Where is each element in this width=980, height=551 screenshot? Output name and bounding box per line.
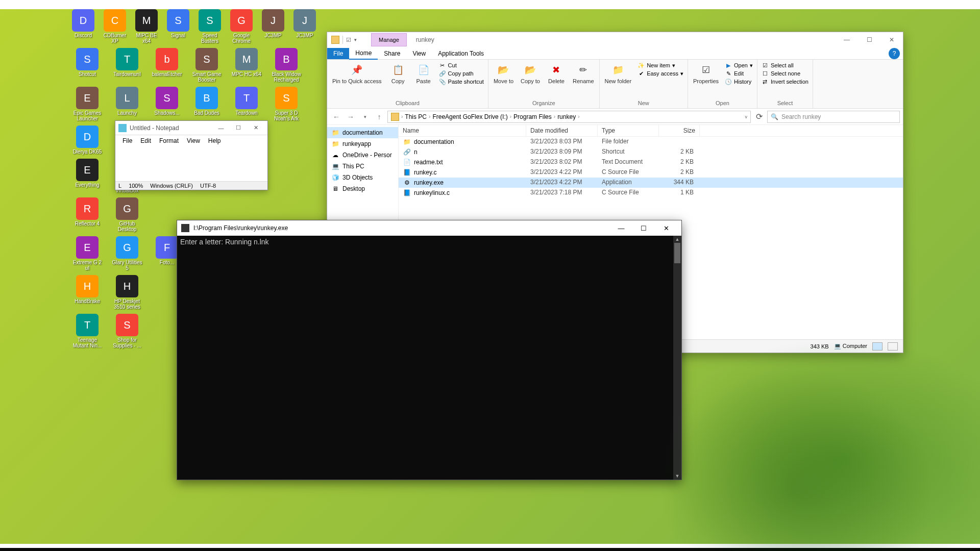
recent-dropdown[interactable]: ▾ <box>359 111 371 123</box>
notepad-textarea[interactable] <box>115 146 267 181</box>
notepad-titlebar[interactable]: Untitled - Notepad — ☐ ✕ <box>115 121 267 135</box>
properties-button[interactable]: ☑Properties <box>692 62 720 85</box>
col-type[interactable]: Type <box>598 125 659 136</box>
minimize-button[interactable]: — <box>836 33 858 47</box>
copy-to-button[interactable]: 📂Copy to <box>520 62 541 85</box>
new-folder-button[interactable]: 📁New folder <box>604 62 633 85</box>
menu-edit[interactable]: Edit <box>136 136 155 145</box>
history-button[interactable]: 🕓History <box>725 78 753 85</box>
delete-button[interactable]: ✖Delete <box>546 62 567 85</box>
minimize-button[interactable]: — <box>610 221 632 235</box>
nav-item[interactable]: 📁runkeyapp <box>327 138 398 149</box>
desktop-icon[interactable]: GGoogle Chrome <box>230 9 253 44</box>
desktop-icon[interactable]: SShadows... <box>151 87 183 121</box>
desktop-icon[interactable]: SShotcut <box>71 48 103 83</box>
console-output[interactable]: Enter a letter: Running n.lnk ▲ ▼ <box>177 236 681 480</box>
console-scrollbar[interactable]: ▲ ▼ <box>673 236 681 480</box>
desktop-icon[interactable]: RReflector 4 <box>71 197 103 232</box>
select-all-button[interactable]: ☑Select all <box>762 62 808 69</box>
desktop-icon[interactable]: SSmart Game Booster <box>191 48 223 83</box>
desktop-icon[interactable]: LLaunchy <box>111 87 143 121</box>
close-button[interactable]: ✕ <box>880 33 903 47</box>
desktop-icon[interactable]: BBad Dudes <box>191 87 223 121</box>
maximize-button[interactable]: ☐ <box>632 221 655 235</box>
menu-format[interactable]: Format <box>155 136 183 145</box>
new-item-button[interactable]: ✨New item ▾ <box>638 62 683 69</box>
easy-access-button[interactable]: ✔Easy access ▾ <box>638 70 683 77</box>
cut-button[interactable]: ✂Cut <box>439 62 484 69</box>
close-button[interactable]: ✕ <box>247 122 264 134</box>
explorer-titlebar[interactable]: ☑ ▾ Manage runkey — ☐ ✕ <box>327 32 903 47</box>
close-button[interactable]: ✕ <box>655 221 677 235</box>
scroll-down-icon[interactable]: ▼ <box>673 472 681 480</box>
maximize-button[interactable]: ☐ <box>230 122 247 134</box>
file-row[interactable]: 🔗n3/21/2023 8:09 PMShortcut2 KB <box>399 147 903 157</box>
rename-button[interactable]: ✏Rename <box>572 62 595 85</box>
menu-help[interactable]: Help <box>204 136 225 145</box>
desktop-icon[interactable]: HHandBrake <box>71 275 103 310</box>
desktop-icon[interactable]: SShop for Supplies - ... <box>111 314 143 348</box>
edit-button[interactable]: ✎Edit <box>725 70 753 77</box>
copy-path-button[interactable]: 🔗Copy path <box>439 70 484 77</box>
file-row[interactable]: 📁documentation3/21/2023 8:03 PMFile fold… <box>399 137 903 147</box>
console-titlebar[interactable]: I:\Program Files\runkey\runkey.exe — ☐ ✕ <box>177 220 681 236</box>
tab-home[interactable]: Home <box>349 47 378 60</box>
crumb-drive[interactable]: FreeAgent GoFlex Drive (I:) <box>432 113 507 120</box>
desktop-icon[interactable]: SSpeed Busters <box>198 9 222 44</box>
nav-item[interactable]: 🧊3D Objects <box>327 172 398 183</box>
search-box[interactable]: 🔍 Search runkey <box>767 111 900 123</box>
file-row[interactable]: 📘runkey.c3/21/2023 4:22 PMC Source File2… <box>399 167 903 178</box>
desktop-icon[interactable]: GGlary Utilities 5 <box>111 236 143 271</box>
tab-file[interactable]: File <box>327 48 349 59</box>
file-row[interactable]: 📘runkeylinux.c3/21/2023 7:18 PMC Source … <box>399 188 903 198</box>
col-date[interactable]: Date modified <box>526 125 598 136</box>
nav-item[interactable]: 💻This PC <box>327 161 398 172</box>
desktop-icon[interactable]: BBlack Widow Recharged <box>271 48 302 83</box>
nav-item[interactable]: ☁OneDrive - Persor <box>327 149 398 161</box>
desktop-icon[interactable]: TTairdownunI <box>111 48 143 83</box>
desktop-icon[interactable]: TTeenage Mutant Nin... <box>71 314 103 348</box>
desktop-icon[interactable]: JJC3MP <box>293 9 316 44</box>
breadcrumb-bar[interactable]: › This PC › FreeAgent GoFlex Drive (I:) … <box>387 111 751 123</box>
select-none-button[interactable]: ☐Select none <box>762 70 808 77</box>
paste-button[interactable]: 📄Paste <box>413 62 434 85</box>
nav-item[interactable]: 📁documentation <box>327 127 398 138</box>
nav-item[interactable]: 🖥Desktop <box>327 183 398 194</box>
tab-view[interactable]: View <box>406 48 432 59</box>
back-button[interactable]: ← <box>330 111 342 123</box>
desktop-icon[interactable]: CCDBurnerXP <box>103 9 127 44</box>
desktop-icon[interactable]: MMPC HC x64 <box>231 48 262 83</box>
desktop-icon[interactable]: MMIPC BE x64 <box>135 9 158 44</box>
col-name[interactable]: Name <box>399 125 526 136</box>
desktop-icon[interactable]: SSignal <box>166 9 190 44</box>
tab-application-tools[interactable]: Application Tools <box>432 48 490 59</box>
up-button[interactable]: ↑ <box>373 111 385 123</box>
desktop-icon[interactable]: HHP Deskjet 3510 series <box>111 275 143 310</box>
menu-file[interactable]: File <box>118 136 136 145</box>
pin-quick-access-button[interactable]: 📌Pin to Quick access <box>331 62 383 85</box>
col-size[interactable]: Size <box>659 125 700 136</box>
desktop-icon[interactable]: TTeardown <box>231 87 262 121</box>
minimize-button[interactable]: — <box>212 122 230 134</box>
forward-button[interactable]: → <box>345 111 357 123</box>
invert-selection-button[interactable]: ⇄Invert selection <box>762 78 808 85</box>
menu-view[interactable]: View <box>183 136 204 145</box>
move-to-button[interactable]: 📂Move to <box>493 62 514 85</box>
crumb-this-pc[interactable]: This PC <box>405 113 427 120</box>
large-icons-view-button[interactable] <box>888 342 898 350</box>
desktop-icon[interactable]: bbalenaEtcher <box>151 48 183 83</box>
context-tab-manage[interactable]: Manage <box>371 33 407 46</box>
desktop-icon[interactable]: JJC3MP <box>261 9 285 44</box>
qat-dropdown[interactable]: ▾ <box>354 37 357 42</box>
qat-button[interactable]: ☑ <box>346 37 351 43</box>
details-view-button[interactable] <box>872 342 883 350</box>
copy-button[interactable]: 📋Copy <box>388 62 408 85</box>
scroll-thumb[interactable] <box>674 243 680 263</box>
desktop-icon[interactable]: DDlerya DK65 <box>71 126 103 155</box>
file-row[interactable]: ⚙runkey.exe3/21/2023 4:22 PMApplication3… <box>399 178 903 188</box>
address-dropdown[interactable]: v <box>745 114 748 119</box>
desktop-icon[interactable]: DDiscord <box>71 9 95 44</box>
refresh-button[interactable]: ⟳ <box>753 112 765 121</box>
file-row[interactable]: 📄readme.txt3/21/2023 8:02 PMText Documen… <box>399 157 903 167</box>
desktop-icon[interactable]: EEverything <box>71 159 103 193</box>
